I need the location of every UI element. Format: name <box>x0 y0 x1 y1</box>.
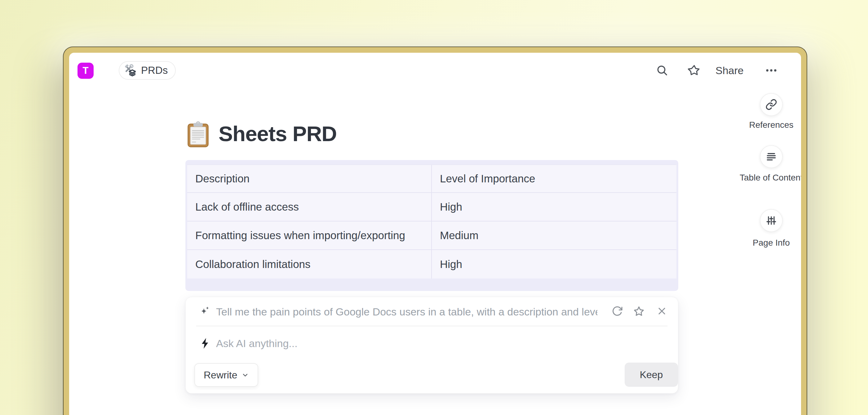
table-header-cell[interactable]: Description <box>187 165 432 192</box>
table-header-cell[interactable]: Level of Importance <box>432 165 676 192</box>
pain-points-table[interactable]: Description Level of Importance Lack of … <box>185 160 678 291</box>
table-row: Formatting issues when importing/exporti… <box>187 221 676 250</box>
clipboard-emoji[interactable] <box>185 120 211 149</box>
lightning-bolt-icon <box>200 337 210 349</box>
desktop: T <box>0 0 868 415</box>
table-cell[interactable]: Medium <box>432 221 676 249</box>
table-cell[interactable]: Formatting issues when importing/exporti… <box>187 221 432 249</box>
table-cell[interactable]: High <box>432 193 676 221</box>
share-button[interactable]: Share <box>715 64 744 77</box>
references-button[interactable] <box>760 93 783 116</box>
topbar-actions: Share <box>69 53 801 89</box>
ai-sparkle-icon <box>199 305 211 318</box>
table-header-row: Description Level of Importance <box>187 165 676 193</box>
keep-button[interactable]: Keep <box>625 363 678 387</box>
page-title: Sheets PRD <box>219 122 337 146</box>
close-icon[interactable] <box>656 305 668 317</box>
ai-prompt-row: Tell me the pain points of Google Docs u… <box>186 297 678 326</box>
app-window-content: T <box>69 53 801 415</box>
references-label: References <box>737 120 801 130</box>
rewrite-button[interactable]: Rewrite <box>194 363 258 387</box>
page-info-label: Page Info <box>737 238 801 248</box>
share-label: Share <box>715 64 744 76</box>
more-ellipsis-icon[interactable] <box>764 63 778 78</box>
ai-prompt-text: Tell me the pain points of Google Docs u… <box>216 306 597 318</box>
rewrite-label: Rewrite <box>204 369 237 381</box>
chevron-down-icon <box>242 371 249 379</box>
table-cell[interactable]: High <box>432 250 676 278</box>
star-icon[interactable] <box>687 63 701 78</box>
search-icon[interactable] <box>655 63 669 78</box>
table-row: Collaboration limitations High <box>187 250 676 278</box>
table-of-content-button[interactable] <box>760 145 783 168</box>
table-row: Lack of offline access High <box>187 193 676 221</box>
link-icon <box>765 99 777 111</box>
sliders-icon <box>766 215 777 226</box>
regenerate-icon[interactable] <box>611 305 623 317</box>
app-window: T <box>64 47 807 415</box>
ask-ai-input[interactable] <box>216 335 588 352</box>
text-lines-icon <box>766 151 777 162</box>
page-info-button[interactable] <box>760 209 783 232</box>
table-cell[interactable]: Lack of offline access <box>187 193 432 221</box>
keep-label: Keep <box>640 369 663 381</box>
star-icon[interactable] <box>633 305 645 317</box>
ai-input-row <box>186 326 678 360</box>
ai-assistant-panel: Tell me the pain points of Google Docs u… <box>185 297 678 394</box>
table-of-content-label: Table of Content <box>737 173 801 183</box>
table-cell[interactable]: Collaboration limitations <box>187 250 432 278</box>
